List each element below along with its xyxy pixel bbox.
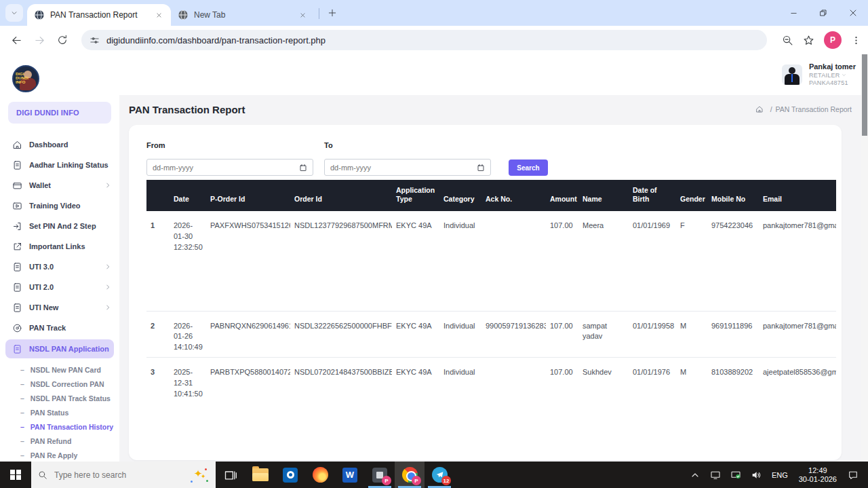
submenu-item-nsdl-correction-pan[interactable]: –NSDL Correction PAN bbox=[0, 377, 119, 391]
from-date-input[interactable] bbox=[153, 164, 299, 172]
scrollbar-thumb[interactable] bbox=[862, 54, 867, 136]
submenu-item-pan-status[interactable]: –PAN Status bbox=[0, 405, 119, 419]
menu-dots-icon[interactable] bbox=[851, 35, 861, 45]
col-amount: Amount bbox=[546, 180, 578, 211]
breadcrumb-separator: / bbox=[770, 105, 772, 113]
app-badge: P bbox=[382, 476, 391, 485]
copilot-sparkle-icon[interactable]: ✦✦ bbox=[190, 467, 209, 483]
submenu-item-nsdl-new-pan-card[interactable]: –NSDL New PAN Card bbox=[0, 362, 119, 377]
site-logo[interactable]: DIGIDUNDIINFO bbox=[0, 64, 119, 102]
taskbar-search-input[interactable] bbox=[54, 470, 190, 480]
notification-icon[interactable] bbox=[848, 470, 859, 481]
window-close-icon[interactable] bbox=[838, 0, 868, 26]
minimize-icon[interactable] bbox=[778, 0, 808, 26]
speaker-icon[interactable] bbox=[751, 470, 762, 481]
profile-avatar[interactable]: P bbox=[824, 31, 842, 49]
tab-title: New Tab bbox=[194, 10, 297, 20]
submenu-item-pan-re-apply[interactable]: –PAN Re Apply bbox=[0, 448, 119, 462]
from-date-field[interactable] bbox=[146, 159, 313, 176]
browser-toolbar: digidundiinfo.com/dashboard/pan-transact… bbox=[0, 26, 868, 54]
page-scrollbar[interactable] bbox=[861, 54, 868, 462]
tab-list-chevron-icon[interactable] bbox=[5, 4, 23, 22]
close-icon[interactable] bbox=[297, 10, 308, 20]
pan-app-icon[interactable]: P bbox=[365, 462, 395, 488]
sidebar-item-wallet[interactable]: Wallet bbox=[0, 175, 119, 195]
language-indicator[interactable]: ENG bbox=[772, 471, 788, 479]
sidebar-item-pan-track[interactable]: PAN Track bbox=[0, 318, 119, 338]
reload-icon[interactable] bbox=[53, 31, 72, 50]
new-tab-plus-icon[interactable] bbox=[323, 4, 341, 22]
file-explorer-icon[interactable] bbox=[245, 462, 275, 488]
to-date-input[interactable] bbox=[330, 164, 477, 172]
calendar-icon[interactable] bbox=[299, 164, 307, 172]
submenu-item-pan-transaction-history[interactable]: –PAN Transaction History bbox=[0, 419, 119, 434]
monitor-check-icon[interactable] bbox=[730, 470, 741, 481]
col-sn bbox=[146, 180, 170, 211]
task-view-icon[interactable] bbox=[216, 462, 245, 488]
search-icon bbox=[38, 470, 47, 480]
address-bar[interactable]: digidundiinfo.com/dashboard/pan-transact… bbox=[81, 30, 767, 50]
main-area: Pankaj tomer RETAILER PANKA48751 PAN Tra… bbox=[119, 54, 868, 462]
firefox-icon[interactable] bbox=[305, 462, 335, 488]
submenu-item-pan-refund[interactable]: –PAN Refund bbox=[0, 434, 119, 448]
chrome-icon[interactable]: P bbox=[395, 462, 425, 488]
sidebar-menu: Dashboard Aadhar Linking Status Wallet T… bbox=[0, 134, 119, 462]
outlook-icon[interactable] bbox=[275, 462, 305, 488]
word-icon[interactable]: W bbox=[335, 462, 365, 488]
brand-name: DIGI DUNDI INFO bbox=[8, 102, 111, 124]
sidebar-item-set-pin[interactable]: Set PIN And 2 Step bbox=[0, 216, 119, 236]
breadcrumb-current: PAN Transaction Report bbox=[776, 105, 852, 113]
sidebar-item-important-links[interactable]: Important Links bbox=[0, 236, 119, 257]
site-settings-icon[interactable] bbox=[90, 35, 100, 45]
tab-pan-transaction-report[interactable]: PAN Transaction Report bbox=[27, 4, 171, 26]
table-row: 1 2026-01-30 12:32:50 PAXFXWHS0753415126… bbox=[146, 211, 836, 311]
telegram-icon[interactable]: 12 bbox=[425, 462, 454, 488]
col-category: Category bbox=[439, 180, 481, 211]
document-icon bbox=[12, 262, 22, 272]
chevron-right-icon bbox=[104, 304, 111, 311]
sidebar-item-dashboard[interactable]: Dashboard bbox=[0, 134, 119, 155]
user-menu[interactable]: Pankaj tomer RETAILER PANKA48751 bbox=[782, 62, 856, 87]
date: 30-01-2026 bbox=[799, 475, 837, 484]
col-p-order-id: P-Order Id bbox=[206, 180, 290, 211]
search-button[interactable]: Search bbox=[509, 159, 548, 176]
external-link-icon bbox=[12, 242, 22, 252]
sidebar-item-uti-new[interactable]: UTI New bbox=[0, 297, 119, 318]
chevron-right-icon bbox=[104, 182, 111, 189]
bookmark-star-icon[interactable] bbox=[803, 35, 814, 46]
home-icon bbox=[12, 140, 22, 150]
to-date-field[interactable] bbox=[324, 159, 491, 176]
sidebar-item-training-video[interactable]: Training Video bbox=[0, 195, 119, 216]
back-icon[interactable] bbox=[7, 31, 26, 50]
col-email: Email bbox=[759, 180, 836, 211]
page-title: PAN Transaction Report bbox=[129, 104, 245, 115]
calendar-icon[interactable] bbox=[477, 164, 485, 172]
globe-favicon bbox=[34, 10, 45, 20]
tab-new-tab[interactable]: New Tab bbox=[171, 4, 315, 26]
monitor-icon[interactable] bbox=[710, 470, 721, 481]
close-icon[interactable] bbox=[153, 10, 164, 20]
submenu-item-nsdl-pan-track-status[interactable]: –NSDL PAN Track Status bbox=[0, 391, 119, 405]
col-name: Name bbox=[578, 180, 629, 211]
windows-start-icon[interactable] bbox=[0, 462, 31, 488]
tray-expand-icon[interactable] bbox=[690, 470, 701, 481]
sidebar-item-uti-30[interactable]: UTI 3.0 bbox=[0, 257, 119, 277]
table-header-row: Date P-Order Id Order Id Application Typ… bbox=[146, 180, 836, 211]
col-gender: Gender bbox=[676, 180, 707, 211]
windows-taskbar: ✦✦ W P P 12 ENG 12:49 30-01-2026 bbox=[0, 462, 868, 488]
sidebar-item-aadhar-linking-status[interactable]: Aadhar Linking Status bbox=[0, 155, 119, 175]
sidebar-item-nsdl-pan-application[interactable]: NSDL PAN Application bbox=[5, 339, 114, 358]
col-dob: Date of Birth bbox=[629, 180, 676, 211]
document-icon bbox=[12, 160, 22, 170]
taskbar-search[interactable]: ✦✦ bbox=[31, 462, 216, 488]
restore-icon[interactable] bbox=[808, 0, 838, 26]
zoom-icon[interactable] bbox=[782, 35, 793, 46]
forward-icon[interactable] bbox=[30, 31, 49, 50]
wallet-icon bbox=[12, 181, 22, 191]
time: 12:49 bbox=[799, 466, 837, 475]
clock[interactable]: 12:49 30-01-2026 bbox=[799, 466, 837, 484]
to-label: To bbox=[324, 141, 491, 149]
sidebar-item-uti-20[interactable]: UTI 2.0 bbox=[0, 277, 119, 297]
tab-divider bbox=[319, 8, 319, 19]
breadcrumb-home-icon[interactable] bbox=[755, 105, 764, 113]
